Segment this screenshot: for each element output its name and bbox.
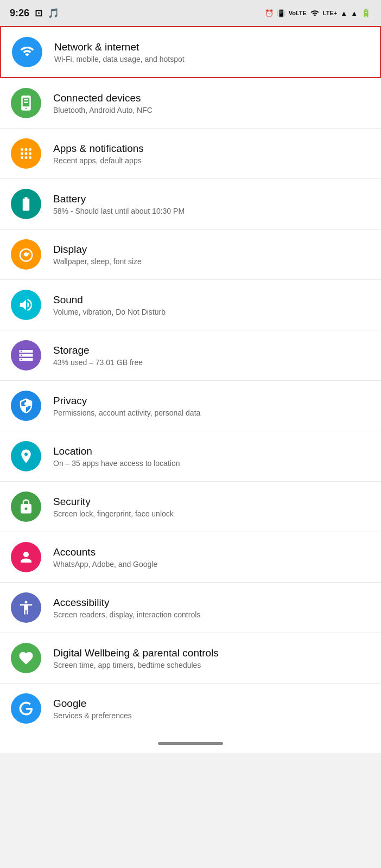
display-icon	[18, 246, 34, 263]
accounts-text: Accounts WhatsApp, Adobe, and Google	[53, 546, 370, 569]
connected-icon-circle	[11, 88, 41, 118]
settings-item-battery[interactable]: Battery 58% - Should last until about 10…	[0, 179, 381, 229]
connected-title: Connected devices	[53, 92, 370, 104]
connected-icon	[18, 95, 34, 111]
apps-text: Apps & notifications Recent apps, defaul…	[53, 143, 370, 165]
svg-point-2	[21, 148, 23, 151]
sound-icon	[18, 297, 34, 313]
accounts-icon-circle	[11, 542, 41, 572]
vibrate-icon: 📳	[277, 9, 285, 17]
apps-icon	[18, 145, 34, 162]
privacy-title: Privacy	[53, 395, 370, 407]
svg-point-4	[29, 148, 31, 151]
status-time: 9:26	[10, 8, 29, 19]
settings-item-sound[interactable]: Sound Volume, vibration, Do Not Disturb	[0, 280, 381, 330]
svg-point-11	[24, 252, 28, 257]
settings-item-security[interactable]: Security Screen lock, fingerprint, face …	[0, 482, 381, 532]
wellbeing-title: Digital Wellbeing & parental controls	[53, 647, 370, 659]
battery-setting-icon	[18, 196, 34, 212]
display-title: Display	[53, 244, 370, 256]
settings-item-accessibility[interactable]: Accessibility Screen readers, display, i…	[0, 583, 381, 633]
sound-icon-circle	[11, 290, 41, 320]
location-title: Location	[53, 445, 370, 457]
signal2-icon: ▲	[351, 9, 358, 17]
accounts-icon	[18, 549, 34, 565]
security-icon-circle	[11, 492, 41, 522]
connected-text: Connected devices Bluetooth, Android Aut…	[53, 92, 370, 114]
accessibility-text: Accessibility Screen readers, display, i…	[53, 597, 370, 619]
settings-item-google[interactable]: Google Services & preferences	[0, 684, 381, 733]
security-text: Security Screen lock, fingerprint, face …	[53, 496, 370, 518]
accessibility-title: Accessibility	[53, 597, 370, 609]
google-title: Google	[53, 698, 370, 710]
display-subtitle: Wallpaper, sleep, font size	[53, 257, 370, 266]
google-text: Google Services & preferences	[53, 698, 370, 720]
volte-icon: VoLTE	[289, 10, 307, 16]
lte-icon: LTE+	[323, 10, 337, 16]
apps-icon-circle	[11, 138, 41, 169]
settings-item-storage[interactable]: Storage 43% used – 73.01 GB free	[0, 330, 381, 381]
svg-point-12	[24, 402, 28, 405]
location-icon	[18, 448, 34, 464]
wifi-status-icon	[310, 9, 320, 18]
svg-rect-0	[24, 99, 28, 101]
home-indicator	[0, 733, 381, 753]
settings-item-accounts[interactable]: Accounts WhatsApp, Adobe, and Google	[0, 532, 381, 583]
svg-point-8	[21, 156, 23, 159]
security-subtitle: Screen lock, fingerprint, face unlock	[53, 509, 370, 518]
wellbeing-text: Digital Wellbeing & parental controls Sc…	[53, 647, 370, 669]
settings-item-apps[interactable]: Apps & notifications Recent apps, defaul…	[0, 129, 381, 179]
settings-item-connected[interactable]: Connected devices Bluetooth, Android Aut…	[0, 78, 381, 129]
security-icon	[18, 499, 34, 515]
accessibility-icon	[18, 599, 34, 616]
wellbeing-subtitle: Screen time, app timers, bedtime schedul…	[53, 661, 370, 669]
location-icon-circle	[11, 441, 41, 471]
svg-point-6	[25, 152, 28, 155]
svg-point-10	[29, 156, 31, 159]
settings-item-location[interactable]: Location On – 35 apps have access to loc…	[0, 431, 381, 482]
privacy-subtitle: Permissions, account activity, personal …	[53, 409, 370, 417]
location-text: Location On – 35 apps have access to loc…	[53, 445, 370, 468]
network-icon-circle	[12, 37, 42, 67]
home-bar[interactable]	[158, 742, 223, 745]
settings-item-privacy[interactable]: Privacy Permissions, account activity, p…	[0, 381, 381, 431]
battery-subtitle: 58% - Should last until about 10:30 PM	[53, 207, 370, 215]
network-title: Network & internet	[54, 41, 369, 53]
storage-text: Storage 43% used – 73.01 GB free	[53, 344, 370, 367]
svg-point-7	[29, 152, 31, 155]
wellbeing-icon-circle	[11, 643, 41, 673]
status-left: 9:26 ⊡ 🎵	[10, 8, 59, 19]
signal1-icon: ▲	[340, 9, 347, 17]
svg-point-3	[25, 148, 28, 151]
display-text: Display Wallpaper, sleep, font size	[53, 244, 370, 266]
storage-icon	[18, 347, 34, 363]
screenshot-icon: ⊡	[35, 8, 42, 19]
status-bar: 9:26 ⊡ 🎵 ⏰ 📳 VoLTE LTE+ ▲ ▲ 🔋	[0, 0, 381, 26]
battery-icon: 🔋	[361, 8, 371, 18]
google-subtitle: Services & preferences	[53, 711, 370, 720]
apps-title: Apps & notifications	[53, 143, 370, 155]
wellbeing-icon	[18, 650, 34, 666]
storage-subtitle: 43% used – 73.01 GB free	[53, 358, 370, 367]
settings-item-display[interactable]: Display Wallpaper, sleep, font size	[0, 229, 381, 280]
accounts-subtitle: WhatsApp, Adobe, and Google	[53, 560, 370, 569]
privacy-icon	[18, 398, 34, 414]
settings-item-network[interactable]: Network & internet Wi-Fi, mobile, data u…	[0, 26, 381, 78]
svg-point-5	[21, 152, 23, 155]
accessibility-subtitle: Screen readers, display, interaction con…	[53, 610, 370, 619]
apps-subtitle: Recent apps, default apps	[53, 156, 370, 165]
connected-subtitle: Bluetooth, Android Auto, NFC	[53, 106, 370, 114]
wifi-icon	[19, 44, 35, 60]
accounts-title: Accounts	[53, 546, 370, 558]
sound-subtitle: Volume, vibration, Do Not Disturb	[53, 308, 370, 316]
sound-text: Sound Volume, vibration, Do Not Disturb	[53, 294, 370, 316]
settings-item-wellbeing[interactable]: Digital Wellbeing & parental controls Sc…	[0, 633, 381, 684]
battery-text: Battery 58% - Should last until about 10…	[53, 193, 370, 215]
status-right: ⏰ 📳 VoLTE LTE+ ▲ ▲ 🔋	[265, 8, 371, 18]
settings-list: Network & internet Wi-Fi, mobile, data u…	[0, 26, 381, 733]
battery-title: Battery	[53, 193, 370, 205]
security-title: Security	[53, 496, 370, 508]
shazam-icon: 🎵	[48, 8, 59, 19]
google-icon-circle	[11, 693, 41, 724]
svg-point-9	[25, 156, 28, 159]
